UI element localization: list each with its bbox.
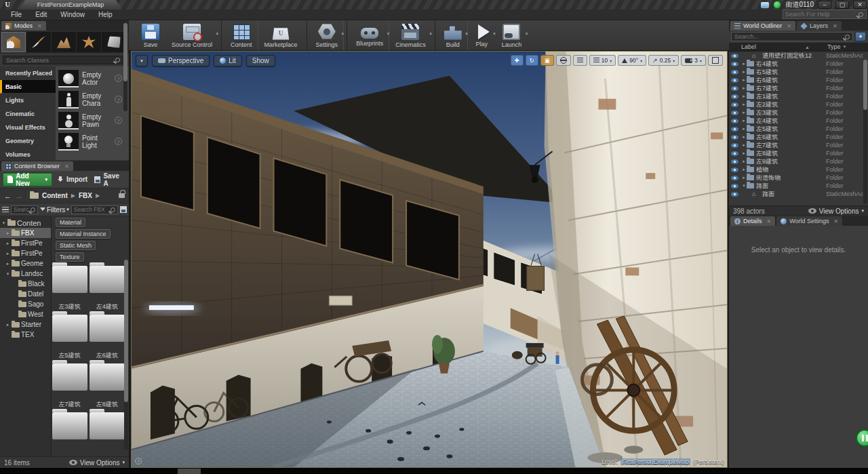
tree-folder-item[interactable]: Datel <box>0 289 51 299</box>
help-badge-icon[interactable]: ? <box>115 138 122 145</box>
dropdown-caret-icon[interactable]: ▾ <box>216 31 219 37</box>
asset-search[interactable] <box>71 205 118 214</box>
mode-category[interactable]: Visual Effects <box>0 121 56 134</box>
save-search-icon[interactable] <box>120 206 127 213</box>
outliner-row[interactable]: 植物 Folder <box>729 165 868 174</box>
tree-folder-item[interactable]: Landsc <box>0 269 51 279</box>
asset-filter-chip[interactable]: Material Instance <box>56 229 111 239</box>
visibility-eye-icon[interactable] <box>731 167 738 172</box>
close-icon[interactable]: ✕ <box>767 218 772 224</box>
world-local-toggle-button[interactable] <box>556 55 571 66</box>
dropdown-caret-icon[interactable]: ▾ <box>526 31 528 37</box>
save-all-button[interactable]: Save A <box>92 172 126 187</box>
asset-search-input[interactable] <box>74 206 111 213</box>
expander-icon[interactable] <box>5 241 10 246</box>
outliner-row[interactable]: 左5建筑 Folder <box>729 125 868 133</box>
toolbar-button[interactable]: Play ▾ <box>468 20 496 50</box>
dropdown-caret-icon[interactable]: ▾ <box>429 31 432 37</box>
close-icon[interactable]: ✕ <box>37 23 42 29</box>
add-new-button[interactable]: Add New ▾ <box>3 173 52 186</box>
help-badge-icon[interactable]: ? <box>115 117 122 124</box>
expander-icon[interactable] <box>741 159 747 164</box>
mode-place-button[interactable] <box>1 32 26 52</box>
mode-landscape-button[interactable] <box>52 32 76 52</box>
toolbar-button[interactable]: Blueprints ▾ <box>347 20 389 50</box>
outliner-row[interactable]: 街道饰物 Folder <box>729 174 868 182</box>
tree-folder-item[interactable]: Conten <box>0 218 51 228</box>
toolbar-button[interactable]: Source Control ▾ <box>165 20 218 50</box>
menu-item[interactable]: Window <box>54 11 92 18</box>
tree-search[interactable] <box>11 205 38 214</box>
minimize-button[interactable]: – <box>818 1 831 9</box>
outliner-row[interactable]: 右4建筑 Folder <box>729 60 868 68</box>
outliner-row[interactable]: 左6建筑 Folder <box>729 133 868 141</box>
search-classes[interactable] <box>3 56 126 64</box>
tree-folder-item[interactable]: Black <box>0 279 51 289</box>
expander-icon[interactable] <box>741 77 747 83</box>
outliner-row[interactable]: 左2建筑 Folder <box>729 100 868 108</box>
expander-icon[interactable] <box>1 220 6 226</box>
asset-folder-tile[interactable]: 左6建筑 <box>93 315 121 358</box>
mode-category[interactable]: Volumes <box>0 148 56 161</box>
visibility-eye-icon[interactable] <box>731 143 738 148</box>
asset-folder-tile[interactable]: 左5建筑 <box>56 315 83 358</box>
outliner-search[interactable] <box>731 32 853 41</box>
menu-item[interactable]: Help <box>92 11 119 18</box>
visibility-eye-icon[interactable] <box>731 192 738 197</box>
asset-folder-tile[interactable]: 左8建筑 <box>93 363 121 407</box>
visibility-eye-icon[interactable] <box>731 176 738 180</box>
view-mode-button[interactable]: Lit <box>214 55 242 66</box>
asset-filter-chip[interactable]: Material <box>56 218 85 227</box>
asset-folder-tile[interactable]: 左7建筑 <box>56 363 83 407</box>
toolbar-button[interactable]: Launch ▾ <box>496 20 528 50</box>
help-badge-icon[interactable]: ? <box>115 96 122 103</box>
mode-category[interactable]: Cinematic <box>0 107 56 121</box>
scale-tool-button[interactable]: ▣ <box>540 55 554 66</box>
mode-category[interactable]: Recently Placed <box>0 66 56 80</box>
toolbar-button[interactable]: Content <box>221 20 258 50</box>
breadcrumb-separator-icon[interactable]: ▶ <box>71 193 75 199</box>
expander-icon[interactable] <box>5 271 10 277</box>
asset-folder-tile[interactable]: 左4建筑 <box>93 266 121 309</box>
tree-folder-item[interactable]: FirstPe <box>0 238 51 248</box>
placeable-item[interactable]: Empty Chara ? <box>58 89 122 110</box>
outliner-row[interactable]: 右7建筑 Folder <box>729 84 868 92</box>
expander-icon[interactable] <box>741 167 747 172</box>
expander-icon[interactable] <box>741 94 747 99</box>
expander-icon[interactable] <box>5 261 10 266</box>
asset-folder-tile[interactable]: 左3建筑 <box>56 266 83 309</box>
breadcrumb-separator-icon[interactable]: ▶ <box>96 193 100 199</box>
level-indicator[interactable]: Level: FirstPersonExampleMap (Persistent… <box>601 458 724 465</box>
maximize-button[interactable]: ▢ <box>835 1 849 9</box>
expander-icon[interactable] <box>741 175 747 180</box>
forward-button[interactable]: → <box>15 192 22 200</box>
help-search-input[interactable] <box>783 11 859 18</box>
expander-icon[interactable] <box>741 110 747 115</box>
scale-snap-button[interactable]: ↗ 0.25 ▾ <box>648 55 679 66</box>
close-icon[interactable]: ✕ <box>834 218 839 224</box>
dropdown-caret-icon[interactable]: ▾ <box>342 31 344 37</box>
record-indicator-icon[interactable] <box>773 1 781 9</box>
breadcrumb-current[interactable]: FBX <box>79 192 92 199</box>
menu-item[interactable]: Edit <box>28 11 54 18</box>
visibility-eye-icon[interactable] <box>731 102 738 107</box>
mode-category[interactable]: Geometry <box>0 134 56 148</box>
mode-geometry-button[interactable] <box>102 32 126 52</box>
outliner-row[interactable]: 左3建筑 Folder <box>729 108 868 117</box>
close-icon[interactable]: ✕ <box>833 23 837 29</box>
visibility-eye-icon[interactable] <box>731 159 738 164</box>
visibility-eye-icon[interactable] <box>731 54 738 58</box>
help-badge-icon[interactable]: ? <box>115 75 122 82</box>
translate-tool-button[interactable]: ✚ <box>511 55 524 66</box>
surface-snap-button[interactable] <box>573 55 587 66</box>
placeable-item[interactable]: Empty Pawn ? <box>58 110 122 131</box>
expander-icon[interactable] <box>741 102 747 107</box>
tab-layers[interactable]: Layers ✕ <box>797 21 842 31</box>
expander-icon[interactable] <box>5 322 10 328</box>
chat-bubble-icon[interactable] <box>761 2 769 8</box>
viewport-help-icon[interactable]: ? <box>135 458 142 465</box>
grid-snap-button[interactable]: 10 ▾ <box>589 55 616 66</box>
perspective-button[interactable]: Perspective <box>152 55 210 66</box>
visibility-eye-icon[interactable] <box>731 94 738 99</box>
outliner-row[interactable]: 通用壁灯固定铁12 StaticMeshAc <box>729 52 868 60</box>
